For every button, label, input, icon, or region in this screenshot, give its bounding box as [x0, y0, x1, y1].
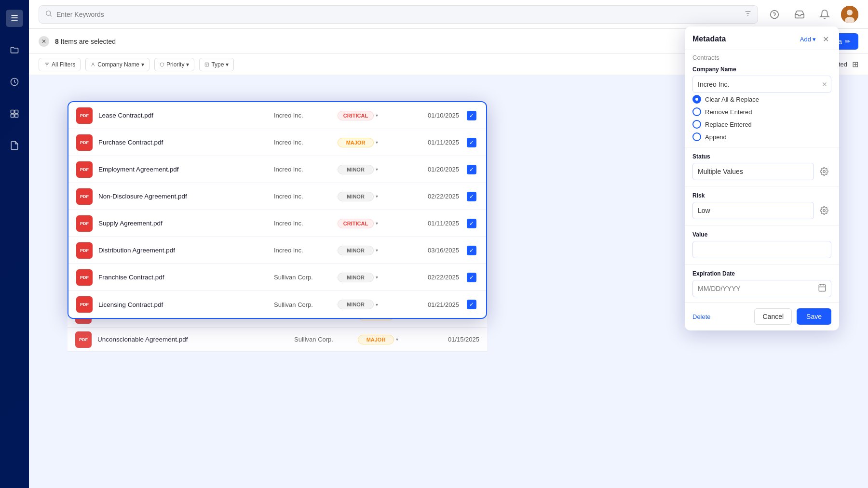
radio-clear-all-replace[interactable]: Clear All & Replace — [692, 95, 831, 104]
search-icon — [45, 10, 53, 19]
grid-view-icon[interactable]: ⊞ — [852, 60, 858, 69]
row-checkbox[interactable]: ✓ — [467, 111, 476, 120]
clock-icon[interactable] — [6, 73, 23, 91]
cancel-button[interactable]: Cancel — [754, 308, 792, 325]
company-cell: Increo Inc. — [274, 193, 332, 200]
company-cell: Sullivan Corp. — [274, 274, 332, 281]
add-dropdown-icon: ▾ — [813, 36, 816, 43]
row-checkbox[interactable]: ✓ — [467, 273, 476, 282]
add-button[interactable]: Add ▾ — [800, 36, 816, 43]
search-container[interactable] — [39, 5, 758, 24]
doc-name: Purchase Contract.pdf — [98, 139, 268, 146]
priority-filter[interactable]: Priority ▾ — [154, 58, 194, 71]
type-label: Type — [211, 61, 224, 68]
svg-point-20 — [823, 171, 826, 173]
checkbox-cell: ✓ — [465, 273, 478, 282]
priority-dropdown-arrow[interactable]: ▾ — [376, 302, 378, 307]
save-button[interactable]: Save — [797, 308, 831, 325]
doc-name: Unconscionable Agreement.pdf — [97, 336, 288, 343]
company-name-input-wrap: ✕ — [692, 76, 831, 93]
priority-cell: CRITICAL ▾ — [338, 219, 400, 228]
status-select-wrap: Multiple Values Active Expired Pending — [692, 163, 831, 180]
status-field-label: Status — [692, 153, 831, 160]
clear-selection-button[interactable]: ✕ — [39, 36, 49, 47]
radio-label: Remove Entered — [705, 108, 752, 116]
status-select[interactable]: Multiple Values Active Expired Pending — [692, 163, 814, 180]
folder-icon[interactable] — [6, 41, 23, 59]
company-cell: Increo Inc. — [274, 220, 332, 227]
row-checkbox[interactable]: ✓ — [467, 138, 476, 147]
priority-dropdown-arrow[interactable]: ▾ — [376, 113, 378, 118]
company-name-section: Company Name ✕ Clear All & Replace Remov… — [685, 61, 839, 146]
inbox-icon[interactable] — [791, 6, 808, 23]
doc-name: Supply Agreement.pdf — [98, 220, 268, 227]
table-row: PDF Non-Disclosure Agreement.pdf Increo … — [68, 183, 486, 210]
row-checkbox[interactable]: ✓ — [467, 300, 476, 309]
table-row: PDF Lease Contract.pdf Increo Inc. CRITI… — [68, 102, 486, 129]
date-cell: 01/21/2025 — [406, 301, 459, 308]
priority-badge: CRITICAL — [338, 219, 374, 228]
row-checkbox[interactable]: ✓ — [467, 246, 476, 255]
document-list-overlay: PDF Lease Contract.pdf Increo Inc. CRITI… — [68, 101, 487, 319]
checkbox-cell: ✓ — [465, 192, 478, 201]
filter-icon[interactable] — [744, 10, 752, 19]
date-cell: 01/15/2025 — [426, 336, 479, 343]
status-settings-icon[interactable] — [817, 164, 831, 179]
priority-dropdown-arrow[interactable]: ▾ — [396, 337, 398, 342]
metadata-title: Metadata — [692, 35, 726, 43]
contracts-label: Contracts — [685, 50, 839, 61]
layers-icon[interactable] — [6, 105, 23, 122]
company-name-filter[interactable]: Company Name ▾ — [85, 58, 149, 71]
delete-button[interactable]: Delete — [692, 313, 711, 320]
priority-cell: MINOR ▾ — [338, 246, 400, 255]
search-input[interactable] — [56, 11, 744, 18]
row-checkbox[interactable]: ✓ — [467, 219, 476, 228]
company-cell: Sullivan Corp. — [294, 336, 352, 343]
priority-label: Priority — [166, 61, 184, 68]
row-checkbox[interactable]: ✓ — [467, 192, 476, 201]
priority-dropdown-arrow[interactable]: ▾ — [376, 221, 378, 226]
priority-dropdown-arrow[interactable]: ▾ — [376, 275, 378, 280]
radio-replace-entered[interactable]: Replace Entered — [692, 120, 831, 129]
value-input[interactable] — [692, 241, 831, 258]
bell-icon[interactable] — [816, 6, 833, 23]
expiration-date-input[interactable] — [692, 280, 831, 297]
checkbox-cell: ✓ — [465, 219, 478, 228]
priority-dropdown-arrow[interactable]: ▾ — [376, 194, 378, 199]
priority-dropdown-arrow[interactable]: ▾ — [376, 140, 378, 145]
company-name-input[interactable] — [692, 76, 831, 93]
company-cell: Increo Inc. — [274, 139, 332, 146]
svg-rect-4 — [15, 114, 18, 118]
calendar-icon — [818, 283, 827, 294]
radio-append[interactable]: Append — [692, 132, 831, 141]
sidebar-icon-list: ☰ — [0, 0, 29, 488]
page-icon[interactable] — [6, 137, 23, 154]
divider — [685, 225, 839, 225]
priority-cell: MINOR ▾ — [338, 192, 400, 201]
type-filter[interactable]: Type ▾ — [199, 58, 234, 71]
doc-name: Employment Agreement.pdf — [98, 166, 268, 173]
risk-select[interactable]: Low Medium High Critical — [692, 202, 814, 219]
checkbox-cell: ✓ — [465, 165, 478, 174]
pdf-icon: PDF — [76, 161, 93, 178]
table-row: PDF Purchase Contract.pdf Increo Inc. MA… — [68, 129, 486, 156]
help-icon[interactable] — [766, 6, 783, 23]
svg-rect-1 — [11, 110, 14, 114]
radio-label: Clear All & Replace — [705, 96, 759, 103]
all-filters-chip[interactable]: All Filters — [39, 58, 81, 71]
priority-dropdown-arrow[interactable]: ▾ — [376, 167, 378, 172]
avatar[interactable] — [841, 6, 858, 23]
close-button[interactable]: ✕ — [820, 33, 831, 45]
priority-dropdown-arrow[interactable]: ▾ — [376, 248, 378, 253]
menu-icon[interactable]: ☰ — [6, 10, 23, 27]
value-field-label: Value — [692, 231, 831, 238]
company-name-label: Company Name — [97, 61, 139, 68]
metadata-header-actions: Add ▾ ✕ — [800, 33, 831, 45]
radio-remove-entered[interactable]: Remove Entered — [692, 107, 831, 116]
top-bar-actions — [766, 6, 858, 23]
risk-settings-icon[interactable] — [817, 203, 831, 218]
priority-cell: MAJOR ▾ — [358, 335, 420, 344]
clear-company-name-button[interactable]: ✕ — [822, 80, 827, 88]
table-row: PDF Employment Agreement.pdf Increo Inc.… — [68, 156, 486, 183]
row-checkbox[interactable]: ✓ — [467, 165, 476, 174]
